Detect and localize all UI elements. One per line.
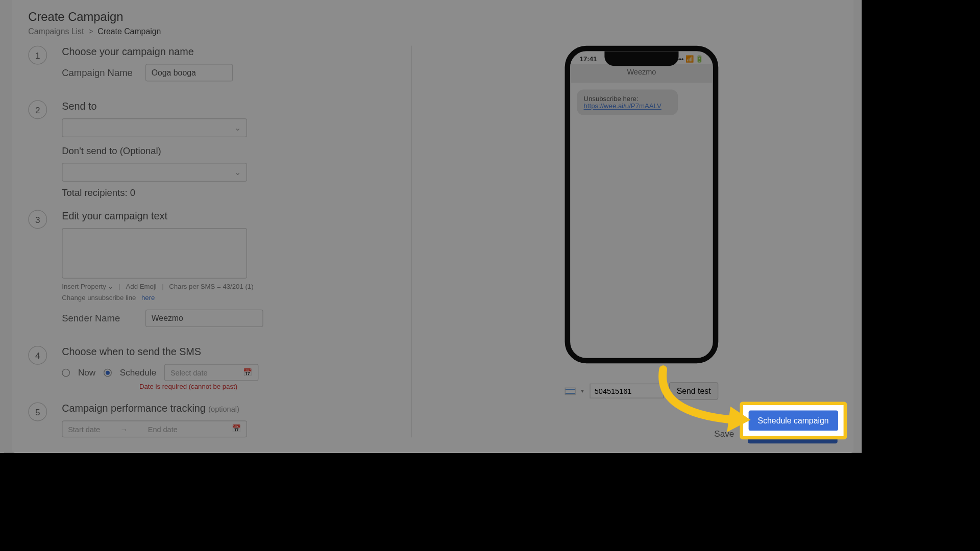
sidebar-item-analytics[interactable]: ▸📊Analytics [0,25,4,46]
sender-name-label: Sender Name [62,313,136,323]
sidebar-sub-landing[interactable]: Landing Pages [0,208,4,224]
sidebar-item-settings[interactable]: ⚙Account Settings [0,245,4,267]
add-emoji-link[interactable]: Add Emoji [126,283,157,290]
campaign-name-label: Campaign Name [62,67,136,78]
radio-now-label: Now [78,367,95,378]
page-title: Create Campaign [28,10,837,24]
step-5-number: 5 [28,403,47,421]
schedule-campaign-button-highlight[interactable]: Schedule campaign [748,411,838,431]
calendar-icon: 📅 [232,424,241,433]
unsubscribe-here-link[interactable]: here [141,294,155,302]
country-flag-icon[interactable] [565,387,576,395]
sidebar-item-receipts[interactable]: ▸🧾Receipts [0,46,4,68]
breadcrumb: Campaigns List > Create Campaign [28,27,837,36]
date-error: Date is required (cannot be past) [139,383,378,390]
calendar-icon: 📅 [243,368,252,377]
step-3-title: Edit your campaign text [62,210,378,221]
campaign-name-input[interactable] [145,64,233,81]
step-4-number: 4 [28,346,47,365]
total-recipients: Total recipients: 0 [62,187,378,198]
sidebar-item-social[interactable]: ▸👥Social [0,111,4,133]
sidebar: ▸▦Reports ▸📊Analytics ▸🧾Receipts ▸💬Messa… [0,0,4,453]
sidebar-item-loyalty[interactable]: ▸🏷Loyalty [0,224,4,245]
sidebar-item-reports[interactable]: ▸▦Reports [0,4,4,25]
sidebar-item-message-center[interactable]: ▸💬Message Center [0,68,4,89]
send-to-select[interactable] [62,118,247,137]
campaign-text-input[interactable] [62,228,247,279]
breadcrumb-current: Create Campaign [97,27,161,36]
breadcrumb-root[interactable]: Campaigns List [28,27,84,36]
chars-per-sms: Chars per SMS = 43/201 (1) [169,283,253,290]
radio-schedule[interactable] [104,368,112,377]
step-1-title: Choose your campaign name [62,46,378,57]
schedule-date-input[interactable]: Select date📅 [164,364,259,381]
dont-send-select[interactable] [62,163,247,182]
sender-name-input[interactable] [145,310,263,327]
step-2-number: 2 [28,100,47,119]
sidebar-item-contacts[interactable]: ▸📇ContactsNEW! [0,133,4,154]
preview-message: Unsubscribe here: https://wee.ai/u/P7mAA… [577,89,678,115]
step-4-title: Choose when to send the SMS [62,346,378,357]
preview-sender: Weezmo [570,64,713,83]
sidebar-sub-email[interactable]: Email [0,192,4,208]
preview-link: https://wee.ai/u/P7mAALV [583,102,661,110]
sidebar-item-ropo[interactable]: ▸∞ROPO [0,89,4,111]
step-3-number: 3 [28,210,47,229]
unsubscribe-text: Change unsubscribe line [62,294,136,302]
insert-property-link[interactable]: Insert Property ⌄ [62,283,113,290]
step-2-title: Send to [62,100,378,111]
phone-preview: 17:41••• 📶 🔋 Weezmo Unsubscribe here: ht… [565,46,719,364]
radio-schedule-label: Schedule [120,367,157,378]
step-1-number: 1 [28,46,47,65]
step-5-title: Campaign performance tracking (optional) [62,403,378,414]
radio-now[interactable] [62,368,70,377]
dont-send-label: Don't send to (Optional) [62,145,378,156]
tracking-date-range[interactable]: Start date→End date📅 [62,420,247,437]
